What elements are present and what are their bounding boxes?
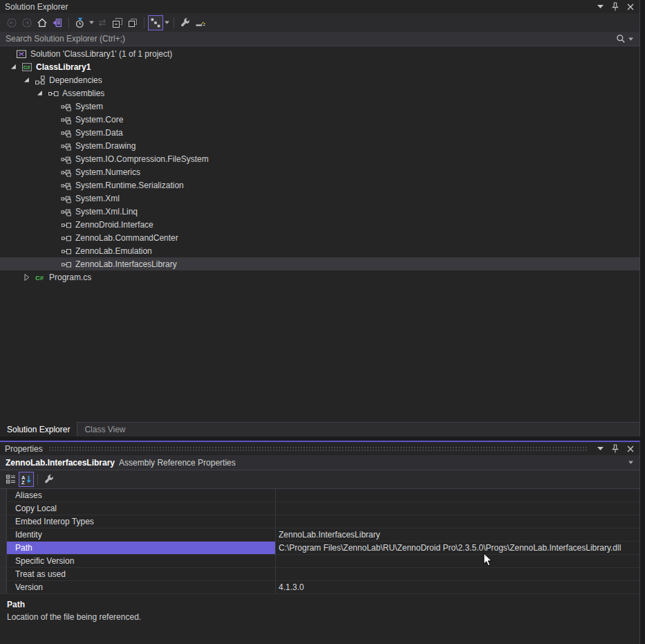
tree-item-solution-classlibrary1-1-of-1-project[interactable]: Solution 'ClassLibrary1' (1 of 1 project… xyxy=(0,47,639,60)
property-name[interactable]: Identity xyxy=(7,528,276,541)
show-all-files-button[interactable] xyxy=(125,15,140,30)
tree-item-classlibrary1[interactable]: C#ClassLibrary1 xyxy=(0,60,639,73)
tree-item-system-data[interactable]: System.Data xyxy=(0,126,639,139)
property-name[interactable]: Path xyxy=(7,542,276,554)
collapse-all-button[interactable] xyxy=(110,15,125,30)
collapsed-arrow-icon[interactable] xyxy=(20,272,34,283)
close-icon xyxy=(625,443,636,454)
tab-class-view[interactable]: Class View xyxy=(77,423,132,436)
property-row-version[interactable]: Version4.1.3.0 xyxy=(0,581,639,594)
svg-text:C#: C# xyxy=(35,274,44,282)
tree-item-zennolab-interfaceslibrary[interactable]: ZennoLab.InterfacesLibrary xyxy=(0,257,639,270)
pin-button[interactable] xyxy=(609,443,621,454)
arrow-spacer xyxy=(46,101,60,112)
arrow-spacer xyxy=(46,219,60,230)
tree-item-system-io-compression-filesystem[interactable]: System.IO.Compression.FileSystem xyxy=(0,152,639,165)
collapse-all-icon xyxy=(112,17,123,28)
tree-item-dependencies[interactable]: Dependencies xyxy=(0,73,639,86)
tree-item-system-runtime-serialization[interactable]: System.Runtime.Serialization xyxy=(0,178,639,192)
property-row-path[interactable]: PathC:\Program Files\ZennoLab\RU\ZennoDr… xyxy=(0,542,639,555)
assembly-lock-icon xyxy=(60,193,73,204)
sync-selection-dropdown-button[interactable] xyxy=(163,19,170,26)
back-button[interactable] xyxy=(4,15,19,30)
tree-item-label: ClassLibrary1 xyxy=(36,62,91,72)
forward-button[interactable] xyxy=(19,15,35,30)
combo-dropdown-button[interactable] xyxy=(628,459,634,466)
property-name[interactable]: Aliases xyxy=(7,489,276,502)
grid-gutter xyxy=(0,515,7,528)
property-value[interactable] xyxy=(276,502,639,515)
tree-item-system-numerics[interactable]: System.Numerics xyxy=(0,165,639,178)
property-row-aliases[interactable]: Aliases xyxy=(0,489,639,502)
home-button[interactable] xyxy=(35,15,50,30)
property-row-identity[interactable]: IdentityZennoLab.InterfacesLibrary xyxy=(0,528,639,542)
search-options-button[interactable] xyxy=(615,33,639,44)
tree-item-label: ZennoLab.CommandCenter xyxy=(75,233,178,243)
expanded-arrow-icon[interactable] xyxy=(20,75,34,86)
property-value[interactable] xyxy=(276,555,639,567)
toolbar-separator xyxy=(68,17,69,28)
window-menu-chevron-button[interactable] xyxy=(594,1,606,12)
pending-changes-filter-icon xyxy=(75,17,86,28)
property-value[interactable] xyxy=(276,568,639,580)
tree-item-program-cs[interactable]: C#Program.cs xyxy=(0,270,639,284)
pending-changes-filter-button[interactable] xyxy=(73,15,88,30)
property-pages-wrench-button[interactable] xyxy=(41,472,57,487)
property-row-specific-version[interactable]: Specific Version xyxy=(0,555,639,568)
property-value[interactable]: C:\Program Files\ZennoLab\RU\ZennoDroid … xyxy=(276,542,639,554)
close-button[interactable] xyxy=(624,443,637,454)
property-value[interactable]: ZennoLab.InterfacesLibrary xyxy=(276,528,639,541)
toolbar-separator xyxy=(174,17,174,28)
solution-tree: Solution 'ClassLibrary1' (1 of 1 project… xyxy=(0,47,639,422)
categorized-button[interactable] xyxy=(3,472,19,487)
tree-item-system-core[interactable]: System.Core xyxy=(0,113,639,126)
property-row-treat-as-used[interactable]: Treat as used xyxy=(0,568,639,581)
property-row-copy-local[interactable]: Copy Local xyxy=(0,502,639,515)
property-value[interactable]: 4.1.3.0 xyxy=(276,581,639,594)
property-description: Path Location of the file being referenc… xyxy=(0,594,639,622)
pending-changes-filter-dropdown-button[interactable] xyxy=(88,19,95,26)
property-name[interactable]: Treat as used xyxy=(7,568,276,580)
tab-solution-explorer[interactable]: Solution Explorer xyxy=(0,422,77,436)
object-selector-combo[interactable]: ZennoLab.InterfacesLibrary Assembly Refe… xyxy=(0,455,639,470)
property-grid: AliasesCopy LocalEmbed Interop TypesIden… xyxy=(0,488,639,594)
property-name[interactable]: Specific Version xyxy=(7,555,276,567)
tree-item-system-xml[interactable]: System.Xml xyxy=(0,192,639,205)
property-name[interactable]: Version xyxy=(7,581,276,594)
sync-active-document-button[interactable] xyxy=(50,15,65,30)
solution-explorer-titlebar[interactable]: Solution Explorer xyxy=(0,0,639,13)
pin-button[interactable] xyxy=(609,1,621,12)
tree-item-label: Dependencies xyxy=(49,75,102,85)
tree-item-zennolab-commandcenter[interactable]: ZennoLab.CommandCenter xyxy=(0,231,639,244)
tree-item-system-drawing[interactable]: System.Drawing xyxy=(0,139,639,152)
tree-item-zennodroid-interface[interactable]: ZennoDroid.Interface xyxy=(0,218,639,231)
search-input[interactable] xyxy=(0,34,615,44)
properties-wrench-button[interactable] xyxy=(178,15,193,30)
property-name[interactable]: Copy Local xyxy=(7,502,276,515)
tree-item-system[interactable]: System xyxy=(0,100,639,113)
properties-titlebar[interactable]: Properties xyxy=(0,442,639,455)
close-button[interactable] xyxy=(624,1,637,12)
sync-selection-button[interactable] xyxy=(148,15,163,30)
tree-item-system-xml-linq[interactable]: System.Xml.Linq xyxy=(0,205,639,218)
arrow-spacer xyxy=(46,127,60,138)
tree-item-assemblies[interactable]: Assemblies xyxy=(0,86,639,100)
window-menu-chevron-button[interactable] xyxy=(594,443,606,454)
expanded-arrow-icon[interactable] xyxy=(33,88,47,99)
property-row-embed-interop-types[interactable]: Embed Interop Types xyxy=(0,515,639,528)
toolbar-separator xyxy=(37,474,38,485)
window-menu-chevron-icon xyxy=(597,445,604,452)
caret-icon xyxy=(88,19,95,26)
expanded-arrow-icon[interactable] xyxy=(7,62,21,73)
assembly-icon xyxy=(60,219,73,230)
arrow-spacer xyxy=(46,246,60,257)
alphabetical-button[interactable]: AZ xyxy=(19,472,34,487)
toolbar-separator xyxy=(144,17,144,28)
property-value[interactable] xyxy=(276,515,639,528)
property-value[interactable] xyxy=(276,489,639,502)
tree-item-zennolab-emulation[interactable]: ZennoLab.Emulation xyxy=(0,244,639,257)
preview-selected-items-button[interactable] xyxy=(193,15,208,30)
property-name[interactable]: Embed Interop Types xyxy=(7,515,276,528)
refresh-button[interactable] xyxy=(95,15,110,30)
caret-icon xyxy=(164,19,170,26)
